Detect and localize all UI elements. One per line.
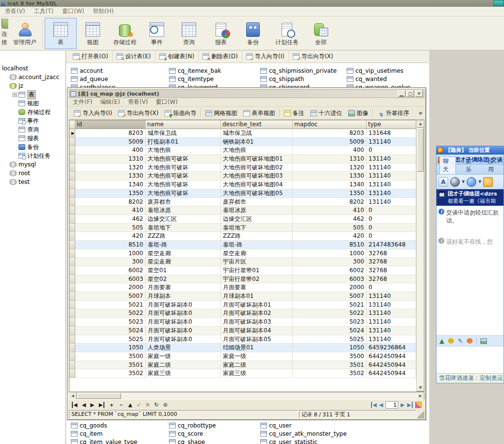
row-marker[interactable] xyxy=(69,292,75,301)
cell-mapdoc[interactable]: 8510 xyxy=(293,241,367,249)
cell-mapdoc[interactable]: 400 xyxy=(293,146,367,155)
cell-mapdoc[interactable]: 1000 xyxy=(293,249,367,258)
table-row[interactable]: 1330大地伤痕可破坏大地伤痕可破坏地图031330131140 xyxy=(69,172,416,181)
cell-type[interactable]: 131140 xyxy=(367,292,416,301)
cell-id[interactable]: 8203 xyxy=(75,129,146,138)
cell-id[interactable]: 462 xyxy=(75,215,146,224)
cell-describe_text[interactable]: 宇宙片区 xyxy=(221,258,293,266)
cell-describe_text[interactable]: 星空走廊 xyxy=(221,249,293,258)
tree-item[interactable]: 报表 xyxy=(0,134,66,143)
table-row[interactable]: 8202废弃都市废弃都市8202131140 xyxy=(69,198,416,207)
horizontal-scroll-thumb[interactable] xyxy=(77,393,121,399)
cell-describe_text[interactable]: 大地伤痕可破坏地图03 xyxy=(221,172,293,181)
table-row[interactable]: 505泰坦地下泰坦地下5050 xyxy=(69,224,416,232)
table-list-item[interactable]: cq_robottype xyxy=(169,422,216,429)
cell-mapdoc[interactable]: 5024 xyxy=(293,327,367,335)
cell-describe_text[interactable]: 大地伤痕可破坏地图05 xyxy=(221,189,293,198)
cell-mapdoc[interactable]: 5025 xyxy=(293,335,367,344)
toolbar-tables-button[interactable]: 表 xyxy=(45,18,77,49)
cell-mapdoc[interactable]: 462 xyxy=(293,215,367,224)
page-number-input[interactable]: 1 xyxy=(386,401,398,409)
cell-type[interactable]: 0 xyxy=(367,283,416,292)
row-marker[interactable] xyxy=(69,249,75,258)
tree-item[interactable]: root xyxy=(0,169,66,178)
cell-name[interactable]: 月面可破坏副本0 xyxy=(146,318,221,327)
toolbar-views-button[interactable]: 视图 xyxy=(77,18,109,49)
cell-id[interactable]: 1320 xyxy=(75,164,146,172)
cell-type[interactable]: 32768 xyxy=(367,258,416,266)
toolbar-connection-button[interactable]: 连接 xyxy=(0,18,9,49)
cell-describe_text[interactable]: 钢铁副本01 xyxy=(221,138,293,147)
cell-describe_text[interactable]: 月球副本01 xyxy=(221,292,293,301)
row-marker[interactable]: ▶ xyxy=(69,129,75,138)
table-row[interactable]: 2000月面要塞月面要塞20000 xyxy=(69,283,416,292)
table-list-item[interactable]: cq_user_statistic xyxy=(260,438,318,444)
table-row[interactable]: 1340大地伤痕可破坏大地伤痕可破坏地图041340131140 xyxy=(69,181,416,189)
table-row[interactable]: ▶8203城市保卫战城市保卫战8203131648 xyxy=(69,129,416,138)
column-header-id[interactable]: id xyxy=(75,120,146,129)
row-marker[interactable] xyxy=(69,172,75,181)
cell-type[interactable]: 0 xyxy=(367,146,416,155)
sort-ascending-button[interactable]: ⇅升幂排序 xyxy=(374,108,412,118)
filter-wizard-button[interactable]: ▼筛选向导 xyxy=(162,108,200,118)
magic-tree-icon[interactable]: ▲ xyxy=(439,338,444,344)
cell-type[interactable]: 6442450944 xyxy=(367,361,416,370)
cell-type[interactable]: 32768 xyxy=(367,249,416,258)
scroll-left-arrow[interactable]: ◀ xyxy=(69,393,77,400)
horizontal-scrollbar[interactable]: ◀ ▶ xyxy=(69,392,424,399)
editor-menu-view[interactable]: 查看(V) xyxy=(128,98,148,106)
toolbar-schedule-button[interactable]: 计划任务 xyxy=(269,18,305,49)
table-row[interactable]: 5007月球副本月球副本015007131140 xyxy=(69,292,416,301)
table-row[interactable]: 8510泰坦-路泰坦-路85102147483648 xyxy=(69,241,416,249)
row-marker[interactable] xyxy=(69,301,75,310)
cell-mapdoc[interactable]: 6003 xyxy=(293,275,367,284)
cell-id[interactable]: 1000 xyxy=(75,249,146,258)
cell-describe_text[interactable]: 月面可破坏副本04 xyxy=(221,327,293,335)
cell-type[interactable]: 0 xyxy=(367,224,416,232)
cell-describe_text[interactable]: 宇宙行星带02 xyxy=(221,275,293,284)
editor-menu-file[interactable]: 文件(F) xyxy=(73,98,92,106)
cell-describe_text[interactable]: ZZZ路 xyxy=(221,232,293,241)
table-row[interactable]: 462边缘交汇区边缘交汇区4620 xyxy=(69,215,416,224)
qq-main-bar[interactable]: 【隐身】 当前位置 xyxy=(436,146,504,154)
cell-id[interactable]: 1310 xyxy=(75,155,146,164)
row-marker[interactable] xyxy=(69,155,75,164)
cell-type[interactable]: 0 xyxy=(367,232,416,241)
cell-type[interactable]: 131140 xyxy=(367,327,416,335)
cell-describe_text[interactable]: 泰坦-路 xyxy=(221,241,293,249)
cell-id[interactable]: 5007 xyxy=(75,292,146,301)
cell-mapdoc[interactable]: 1310 xyxy=(293,155,367,164)
cell-name[interactable]: 月面要塞 xyxy=(146,283,221,292)
cell-describe_text[interactable]: 大地伤痕可破坏地图01 xyxy=(221,155,293,164)
cell-id[interactable]: 8510 xyxy=(75,241,146,249)
cell-mapdoc[interactable]: 410 xyxy=(293,206,367,215)
cell-type[interactable]: 131140 xyxy=(367,189,416,198)
tree-item[interactable]: 计划任务 xyxy=(0,151,66,160)
table-list-item[interactable]: cq_item_value_type xyxy=(71,438,137,444)
cell-name[interactable]: 泰坦冰原 xyxy=(146,206,221,215)
first-page-button[interactable]: ◀ xyxy=(371,402,376,408)
column-header-type[interactable]: type xyxy=(367,120,416,129)
cell-name[interactable]: 月面可破坏副本0 xyxy=(146,309,221,318)
tab-chat[interactable]: 聊天 xyxy=(439,156,456,174)
cell-mapdoc[interactable]: 3501 xyxy=(293,361,367,370)
cell-describe_text[interactable]: 月面可破坏副本01 xyxy=(221,301,293,310)
webcam-dropdown-caret[interactable]: ▼ xyxy=(462,180,465,184)
toolbar-reports-button[interactable]: 报表 xyxy=(205,18,237,49)
grid-view-button[interactable]: 网格视图 xyxy=(202,108,240,118)
cell-mapdoc[interactable]: 3502 xyxy=(293,369,367,378)
editor-menu-edit[interactable]: 编辑(E) xyxy=(100,98,120,106)
ad-link[interactable]: 雪花啤酒速递 : 定制奥运 xyxy=(439,374,503,382)
cell-name[interactable]: 星空02 xyxy=(146,275,221,284)
cell-name[interactable]: 打怪副本01 xyxy=(146,138,221,147)
prev-page-button[interactable]: ◀ xyxy=(379,402,383,408)
cell-type[interactable]: 131140 xyxy=(367,318,416,327)
table-row[interactable]: 420ZZZ路ZZZ路4200 xyxy=(69,232,416,241)
cell-type[interactable]: 32768 xyxy=(367,275,416,284)
last-record-button[interactable]: ▶ xyxy=(99,402,104,408)
cell-name[interactable]: 家庭二级 xyxy=(146,361,221,370)
cell-type[interactable]: 0 xyxy=(367,215,416,224)
row-marker[interactable] xyxy=(69,198,75,207)
webcam-icon[interactable] xyxy=(450,177,460,187)
table-list-item[interactable]: cq_shippath xyxy=(260,75,304,82)
